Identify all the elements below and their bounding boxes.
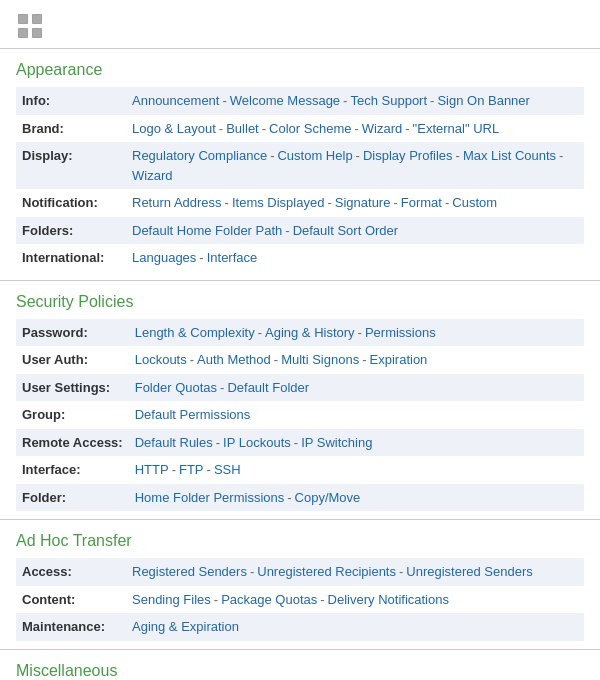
settings-link[interactable]: Custom (452, 195, 497, 210)
link-separator: - (274, 352, 278, 367)
row-label: User Auth: (16, 346, 129, 374)
settings-link[interactable]: Default Rules (135, 435, 213, 450)
settings-link[interactable]: Languages (132, 250, 196, 265)
settings-link[interactable]: Announcement (132, 93, 219, 108)
section-security-policies: Security PoliciesPassword:Length & Compl… (0, 281, 600, 521)
settings-link[interactable]: Length & Complexity (135, 325, 255, 340)
link-separator: - (270, 148, 274, 163)
table-row: Display:Regulatory Compliance-Custom Hel… (16, 142, 584, 189)
link-separator: - (405, 121, 409, 136)
settings-link[interactable]: Tech Support (350, 93, 427, 108)
row-label: User Settings: (16, 374, 129, 402)
settings-link[interactable]: Regulatory Compliance (132, 148, 267, 163)
row-links: Default Permissions (129, 401, 584, 429)
settings-link[interactable]: Interface (207, 250, 258, 265)
settings-link[interactable]: Logo & Layout (132, 121, 216, 136)
link-separator: - (199, 250, 203, 265)
row-links: Logo & Layout-Bullet-Color Scheme-Wizard… (126, 115, 584, 143)
svg-rect-4 (19, 15, 27, 23)
settings-link[interactable]: Home Folder Permissions (135, 490, 285, 505)
section-title-appearance: Appearance (16, 61, 584, 79)
link-separator: - (287, 490, 291, 505)
settings-link[interactable]: Items Displayed (232, 195, 324, 210)
row-links: Default Rules-IP Lockouts-IP Switching (129, 429, 584, 457)
link-separator: - (362, 352, 366, 367)
settings-link[interactable]: Package Quotas (221, 592, 317, 607)
settings-link[interactable]: Registered Senders (132, 564, 247, 579)
settings-link[interactable]: Permissions (365, 325, 436, 340)
row-label: Display: (16, 142, 126, 189)
settings-link[interactable]: Max List Counts (463, 148, 556, 163)
settings-link[interactable]: Multi Signons (281, 352, 359, 367)
link-separator: - (356, 148, 360, 163)
link-separator: - (294, 435, 298, 450)
settings-link[interactable]: Expiration (370, 352, 428, 367)
settings-link[interactable]: Lockouts (135, 352, 187, 367)
settings-link[interactable]: IP Switching (301, 435, 372, 450)
settings-link[interactable]: Default Home Folder Path (132, 223, 282, 238)
row-links: HTTP-FTP-SSH (129, 456, 584, 484)
settings-link[interactable]: IP Lockouts (223, 435, 291, 450)
link-separator: - (219, 121, 223, 136)
settings-link[interactable]: Custom Help (277, 148, 352, 163)
row-links: Folder Quotas-Default Folder (129, 374, 584, 402)
link-separator: - (262, 121, 266, 136)
settings-link[interactable]: FTP (179, 462, 204, 477)
settings-link[interactable]: Copy/Move (295, 490, 361, 505)
row-label: Content: (16, 586, 126, 614)
settings-table-appearance: Info:Announcement-Welcome Message-Tech S… (16, 87, 584, 272)
table-row: Maintenance:Aging & Expiration (16, 613, 584, 641)
row-links: Languages-Interface (126, 244, 584, 272)
settings-link[interactable]: Unregistered Recipients (257, 564, 396, 579)
settings-link[interactable]: Return Address (132, 195, 222, 210)
link-separator: - (456, 148, 460, 163)
row-links: Lockouts-Auth Method-Multi Signons-Expir… (129, 346, 584, 374)
settings-link[interactable]: Signature (335, 195, 391, 210)
settings-link[interactable]: Delivery Notifications (328, 592, 449, 607)
table-row: Group:Default Permissions (16, 401, 584, 429)
row-label: Folder: (16, 484, 129, 512)
row-links: Home Folder Permissions-Copy/Move (129, 484, 584, 512)
section-title-security-policies: Security Policies (16, 293, 584, 311)
settings-link[interactable]: Default Folder (227, 380, 309, 395)
settings-link[interactable]: Bullet (226, 121, 259, 136)
settings-link[interactable]: Color Scheme (269, 121, 351, 136)
link-separator: - (327, 195, 331, 210)
table-row: Brand:Logo & Layout-Bullet-Color Scheme-… (16, 115, 584, 143)
row-label: Password: (16, 319, 129, 347)
settings-link[interactable]: Aging & Expiration (132, 619, 239, 634)
settings-link[interactable]: Display Profiles (363, 148, 453, 163)
settings-link[interactable]: Default Sort Order (293, 223, 399, 238)
settings-link[interactable]: Auth Method (197, 352, 271, 367)
row-links: Default Home Folder Path-Default Sort Or… (126, 217, 584, 245)
row-label: Info: (16, 87, 126, 115)
settings-link[interactable]: SSH (214, 462, 241, 477)
link-separator: - (190, 352, 194, 367)
link-separator: - (207, 462, 211, 477)
row-label: Folders: (16, 217, 126, 245)
settings-link[interactable]: Format (401, 195, 442, 210)
link-separator: - (320, 592, 324, 607)
settings-link[interactable]: Unregistered Senders (406, 564, 532, 579)
link-separator: - (559, 148, 563, 163)
settings-link[interactable]: Sending Files (132, 592, 211, 607)
link-separator: - (430, 93, 434, 108)
table-row: Folder:Home Folder Permissions-Copy/Move (16, 484, 584, 512)
settings-link[interactable]: Wizard (362, 121, 402, 136)
row-label: Notification: (16, 189, 126, 217)
settings-link[interactable]: Wizard (132, 168, 172, 183)
link-separator: - (214, 592, 218, 607)
settings-link[interactable]: "External" URL (413, 121, 500, 136)
row-label: Remote Access: (16, 429, 129, 457)
link-separator: - (354, 121, 358, 136)
settings-link[interactable]: HTTP (135, 462, 169, 477)
settings-link[interactable]: Default Permissions (135, 407, 251, 422)
settings-link[interactable]: Welcome Message (230, 93, 340, 108)
table-row: User Auth:Lockouts-Auth Method-Multi Sig… (16, 346, 584, 374)
settings-link[interactable]: Sign On Banner (437, 93, 530, 108)
settings-link[interactable]: Folder Quotas (135, 380, 217, 395)
row-links: Registered Senders-Unregistered Recipien… (126, 558, 584, 586)
row-label: Maintenance: (16, 613, 126, 641)
section-title-miscellaneous: Miscellaneous (16, 662, 584, 680)
settings-link[interactable]: Aging & History (265, 325, 355, 340)
